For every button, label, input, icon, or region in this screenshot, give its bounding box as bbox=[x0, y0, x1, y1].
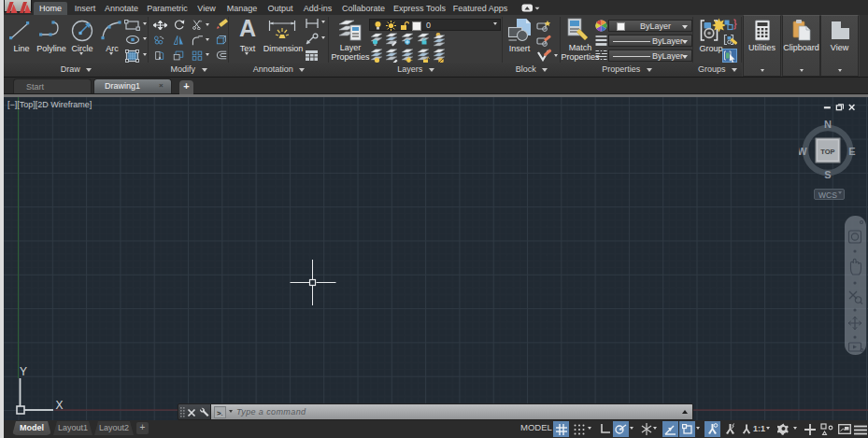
svg-text:X: X bbox=[55, 399, 63, 412]
svg-text:E: E bbox=[848, 146, 855, 157]
svg-text:N: N bbox=[824, 119, 832, 130]
svg-text:Y: Y bbox=[20, 365, 27, 378]
svg-text:TOP: TOP bbox=[820, 148, 834, 156]
svg-text:S: S bbox=[824, 169, 831, 179]
svg-text:W: W bbox=[799, 146, 807, 157]
